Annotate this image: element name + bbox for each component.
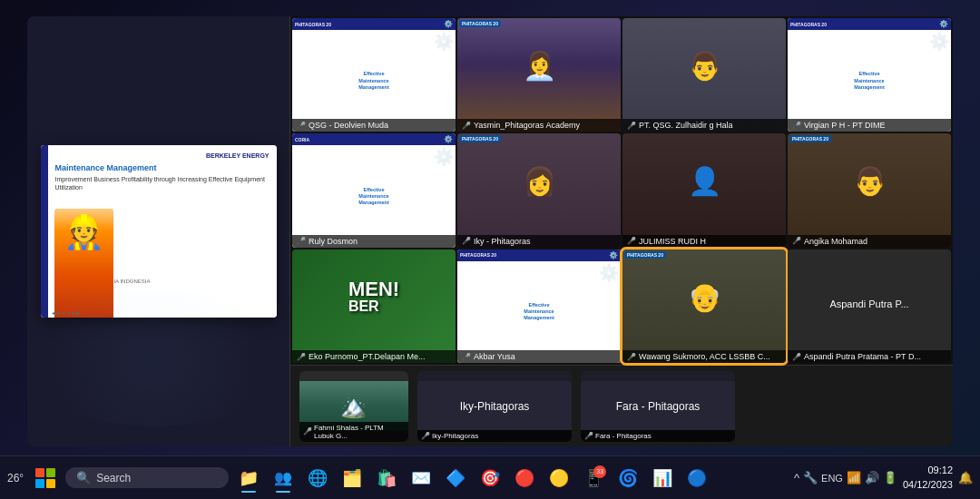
taskbar-app-teams[interactable]: 👥 bbox=[267, 462, 299, 494]
mic-icon-yasmin: 🎤 bbox=[462, 122, 471, 130]
taskbar-app-edge[interactable]: 🌐 bbox=[301, 462, 334, 494]
phitagoras-badge-angika: PHITAGORAS 20 bbox=[789, 135, 831, 142]
name-bar-eko: 🎤 Eko Purnomo_PT.Delapan Me... bbox=[292, 350, 456, 363]
presentation-panel: BERKELEY ENERGY Maintenance Management I… bbox=[27, 16, 290, 446]
name-bar-ptqsg: 🎤 PT. QSG. Zulhaidir g Hala bbox=[622, 119, 786, 132]
search-icon: 🔍 bbox=[76, 471, 91, 484]
video-grid: PHITAGORAS 20 ⚙️ EffectiveMaintenanceMan… bbox=[290, 16, 953, 446]
participant-name-yasmin: Yasmin_Phitagoras Academy bbox=[474, 121, 580, 130]
taskbar-app-app2[interactable]: 🎯 bbox=[474, 462, 506, 494]
explorer-icon: 📁 bbox=[239, 468, 259, 488]
name-bar-ruly: 🎤 Ruly Dosmon bbox=[292, 235, 456, 248]
participant-name-qsg: QSG - Deolvien Muda bbox=[309, 121, 388, 130]
taskbar-app-whatsapp[interactable]: 📱 33 bbox=[577, 462, 610, 494]
system-tray: ^ 🔧 ENG 📶 🔊 🔋 bbox=[794, 471, 897, 484]
mic-icon-ruly: 🎤 bbox=[297, 237, 306, 245]
avatar-iky: 👩 bbox=[457, 133, 621, 229]
clock-date: 04/12/2023 bbox=[903, 478, 953, 492]
aspandi-content: Aspandi Putra P... bbox=[822, 291, 916, 320]
win-logo-q4 bbox=[46, 479, 55, 488]
mic-icon-fahmi: 🎤 bbox=[303, 427, 312, 435]
participant-name-ruly: Ruly Dosmon bbox=[309, 237, 358, 246]
tray-chevron-icon[interactable]: ^ bbox=[794, 471, 799, 484]
app2-icon: 🎯 bbox=[480, 468, 500, 488]
taskbar-app-files[interactable]: 🗂️ bbox=[336, 462, 368, 494]
participant-name-akbar: Akbar Yusa bbox=[474, 352, 515, 361]
battery-icon[interactable]: 🔋 bbox=[883, 471, 897, 484]
notification-icon[interactable]: 🔔 bbox=[958, 471, 973, 484]
tray-app-icon[interactable]: 🔧 bbox=[803, 471, 818, 484]
taskbar-app-mail[interactable]: ✉️ bbox=[405, 462, 437, 494]
name-bar-julimiss: 🎤 JULIMISS RUDI H bbox=[622, 235, 786, 248]
participant-name-iky: Iky - Phitagoras bbox=[474, 237, 531, 246]
sticker-icon: 🟡 bbox=[549, 468, 569, 488]
mic-icon-qsg: 🎤 bbox=[297, 122, 306, 130]
name-bar-fahmi: 🎤 Fahmi Shalas - PLTM Lubuk G... bbox=[299, 422, 408, 442]
participant-name-eko: Eko Purnomo_PT.Delapan Me... bbox=[309, 352, 426, 361]
mic-icon-iky-bottom: 🎤 bbox=[421, 432, 430, 440]
slide-controls: ◀ ● ● ● ● ▶ bbox=[52, 309, 82, 316]
taskbar-app-app6[interactable]: 🔵 bbox=[681, 462, 713, 494]
participant-name-virgian: Virgian P H - PT DIME bbox=[804, 121, 886, 130]
avatar-ptqsg: 👨 bbox=[622, 18, 786, 113]
name-bar-yasmin: 🎤 Yasmin_Phitagoras Academy bbox=[457, 119, 621, 132]
desktop: BERKELEY ENERGY Maintenance Management I… bbox=[0, 0, 980, 499]
taskbar-app-opera[interactable]: 🔴 bbox=[508, 462, 541, 494]
avatar-angika: 👨 bbox=[788, 133, 951, 229]
phitagoras-badge-yasmin: PHITAGORAS 20 bbox=[459, 20, 501, 27]
mic-icon-angika: 🎤 bbox=[792, 237, 801, 245]
mini-slide-ruly: CORIA ⚙️ EffectiveMaintenanceManagement … bbox=[292, 133, 456, 247]
video-cell-angika: PHITAGORAS 20 👨 🎤 Angika Mohamad bbox=[788, 133, 951, 247]
app4-icon: 🌀 bbox=[618, 468, 638, 488]
iky-name-display: Iky-Phitagoras bbox=[417, 381, 572, 431]
mini-slide-akbar: PHITAGORAS 20 ⚙️ EffectiveMaintenanceMan… bbox=[457, 250, 621, 363]
mic-icon-wawang: 🎤 bbox=[627, 353, 636, 361]
wifi-icon[interactable]: 📶 bbox=[847, 471, 861, 484]
volume-icon[interactable]: 🔊 bbox=[865, 471, 879, 484]
taskbar-app-store[interactable]: 🛍️ bbox=[370, 462, 403, 494]
language-label[interactable]: ENG bbox=[821, 473, 843, 484]
aspandi-name-display: Aspandi Putra P... bbox=[829, 298, 908, 309]
avatar-julimiss: 👤 bbox=[622, 133, 786, 229]
taskbar-app-app5[interactable]: 📊 bbox=[646, 462, 679, 494]
avatar-yasmin: 👩‍💼 bbox=[457, 18, 621, 113]
store-icon: 🛍️ bbox=[377, 468, 397, 488]
slide-stripe bbox=[41, 145, 48, 318]
taskbar-search-bar[interactable]: 🔍 Search bbox=[65, 467, 229, 488]
video-area: BERKELEY ENERGY Maintenance Management I… bbox=[27, 16, 953, 446]
video-cell-wawang: PHITAGORAS 20 👴 🎤 Wawang Sukmoro, ACC LS… bbox=[622, 250, 786, 363]
banner-eko: MEN! BER bbox=[292, 250, 456, 345]
taskbar-app-sticker[interactable]: 🟡 bbox=[543, 462, 575, 494]
name-bar-aspandi: 🎤 Aspandi Putra Pratama - PT D... bbox=[788, 350, 951, 363]
search-label: Search bbox=[96, 472, 131, 484]
win-logo-q1 bbox=[35, 468, 44, 477]
taskbar-app-app4[interactable]: 🌀 bbox=[612, 462, 644, 494]
mail-icon: ✉️ bbox=[411, 468, 431, 488]
mic-icon-fara: 🎤 bbox=[584, 432, 593, 440]
start-button[interactable] bbox=[29, 462, 62, 494]
taskbar-app-app1[interactable]: 🔷 bbox=[439, 462, 472, 494]
video-cell-qsg-deolvien: PHITAGORAS 20 ⚙️ EffectiveMaintenanceMan… bbox=[292, 18, 456, 132]
app1-icon: 🔷 bbox=[446, 468, 466, 488]
phitagoras-badge-iky: PHITAGORAS 20 bbox=[459, 135, 501, 142]
mic-icon-virgian: 🎤 bbox=[792, 122, 801, 130]
mini-slide-virgian: PHITAGORAS 20 ⚙️ EffectiveMaintenanceMan… bbox=[788, 18, 951, 132]
video-cell-julimiss: 👤 🎤 JULIMISS RUDI H bbox=[622, 133, 786, 247]
participant-name-fahmi: Fahmi Shalas - PLTM Lubuk G... bbox=[314, 424, 405, 440]
participant-card-fara: Fara - Phitagoras 🎤 Fara - Phitagoras bbox=[581, 371, 735, 442]
fara-name-display: Fara - Phitagoras bbox=[581, 381, 735, 431]
temperature-display: 26° bbox=[7, 472, 24, 484]
slide-logo: BERKELEY ENERGY bbox=[206, 152, 270, 160]
mic-icon-iky: 🎤 bbox=[462, 237, 471, 245]
avatar-wawang: 👴 bbox=[622, 250, 786, 345]
participant-name-iky-bottom: Iky-Phitagoras bbox=[432, 432, 478, 440]
phitagoras-badge-wawang: PHITAGORAS 20 bbox=[624, 251, 666, 259]
name-bar-fara: 🎤 Fara - Phitagoras bbox=[581, 430, 735, 442]
participant-card-fahmi: 🏔️ 🎤 Fahmi Shalas - PLTM Lubuk G... bbox=[299, 371, 408, 442]
taskbar: 26° 🔍 Search 📁 👥 🌐 bbox=[0, 455, 980, 499]
taskbar-app-explorer[interactable]: 📁 bbox=[232, 462, 265, 494]
mic-icon-akbar: 🎤 bbox=[462, 353, 471, 361]
taskbar-clock[interactable]: 09:12 04/12/2023 bbox=[903, 464, 953, 492]
name-bar-iky-bottom: 🎤 Iky-Phitagoras bbox=[417, 430, 572, 442]
video-grid-cells: PHITAGORAS 20 ⚙️ EffectiveMaintenanceMan… bbox=[290, 16, 953, 365]
